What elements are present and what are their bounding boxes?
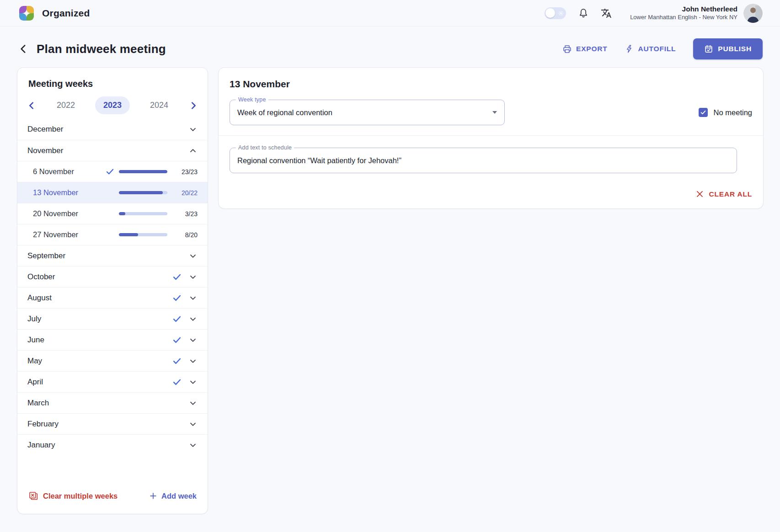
week-progress-fill [119, 191, 163, 195]
back-button[interactable] [14, 39, 33, 59]
week-row[interactable]: 27 November 8/20 [17, 224, 208, 245]
translate-icon [601, 8, 612, 19]
no-meeting-control[interactable]: No meeting [699, 108, 752, 117]
month-row[interactable]: June [17, 329, 208, 350]
month-label: September [27, 251, 172, 261]
week-type-row: Week type Week of regional convention No… [230, 100, 752, 125]
no-meeting-checkbox[interactable] [699, 108, 708, 117]
year-tab-2023[interactable]: 2023 [95, 96, 130, 114]
week-check-icon [105, 167, 119, 176]
chevron-down-icon [188, 335, 198, 345]
theme-toggle[interactable] [545, 7, 566, 19]
week-row[interactable]: 6 November 23/23 [17, 161, 208, 182]
month-row[interactable]: July [17, 308, 208, 329]
sidebar-footer: Clear multiple weeks Add week [17, 484, 208, 514]
chevron-down-icon [188, 399, 198, 408]
add-week-button[interactable]: Add week [149, 491, 197, 500]
week-label: 6 November [33, 167, 105, 176]
chevron-down-icon [188, 314, 198, 324]
plus-icon [149, 491, 158, 500]
meeting-weeks-panel: Meeting weeks 2022 2023 2024 December No… [17, 67, 208, 514]
x-icon [695, 190, 704, 198]
week-label: 20 November [33, 209, 105, 218]
month-row[interactable]: January [17, 434, 208, 455]
month-row[interactable]: December [17, 119, 208, 140]
month-label: December [27, 125, 172, 134]
chevron-down-icon [188, 378, 198, 387]
month-row[interactable]: May [17, 350, 208, 371]
chevron-left-icon [17, 43, 29, 55]
divider [219, 135, 763, 136]
year-tab-2024[interactable]: 2024 [142, 96, 176, 114]
page-title: Plan midweek meeting [37, 42, 166, 56]
month-row[interactable]: October [17, 266, 208, 287]
month-label: May [27, 356, 172, 366]
schedule-text-field[interactable]: Add text to schedule Regional convention… [230, 148, 737, 173]
app-title: Organized [42, 8, 90, 19]
month-label: November [27, 146, 172, 155]
month-row[interactable]: September [17, 245, 208, 266]
month-check-icon [172, 293, 188, 303]
bell-icon [578, 8, 589, 19]
month-label: April [27, 378, 172, 387]
month-check-icon [172, 314, 188, 324]
chevron-down-icon [188, 146, 198, 155]
week-progress-bar [119, 191, 167, 195]
autofill-button[interactable]: AUTOFILL [625, 44, 676, 53]
brand: Organized [17, 4, 90, 22]
month-label: October [27, 272, 172, 282]
month-row[interactable]: March [17, 392, 208, 413]
month-label: February [27, 420, 172, 429]
week-type-label: Week type [236, 96, 268, 103]
chevron-down-icon [188, 251, 198, 261]
language-button[interactable] [601, 8, 612, 19]
month-row[interactable]: November [17, 140, 208, 161]
selected-week-title: 13 November [230, 79, 752, 90]
week-label: 27 November [33, 230, 105, 239]
clear-multiple-weeks-button[interactable]: Clear multiple weeks [28, 491, 118, 501]
notifications-button[interactable] [578, 8, 589, 19]
publish-button[interactable]: PUBLISH [693, 38, 763, 59]
meeting-weeks-title: Meeting weeks [17, 68, 208, 91]
week-progress-bar [119, 233, 167, 237]
chevron-down-icon [188, 125, 198, 134]
toggle-knob [545, 8, 555, 18]
schedule-text-label: Add text to schedule [236, 144, 294, 151]
autofill-label: AUTOFILL [638, 45, 676, 53]
avatar[interactable] [743, 4, 763, 23]
app-logo-icon [17, 4, 36, 22]
add-week-label: Add week [161, 492, 197, 500]
month-label: March [27, 399, 172, 408]
week-type-select[interactable]: Week type Week of regional convention [230, 100, 505, 125]
month-label: August [27, 293, 172, 303]
clear-row: CLEAR ALL [230, 190, 752, 198]
prev-year-arrow[interactable] [27, 101, 37, 111]
year-tab-2022[interactable]: 2022 [48, 96, 83, 114]
page-actions: EXPORT AUTOFILL PUBLISH [562, 38, 763, 59]
page-head: Plan midweek meeting EXPORT AUTOFILL PUB [14, 38, 763, 59]
week-editor-panel: 13 November Week type Week of regional c… [218, 67, 764, 209]
week-row[interactable]: 13 November 20/22 [17, 182, 208, 203]
schedule-text-value: Regional convention “Wait patiently for … [237, 156, 401, 165]
user-congregation: Lower Manhattan English - New York NY [630, 14, 737, 21]
chevron-down-icon [188, 356, 198, 366]
export-label: EXPORT [576, 45, 608, 53]
month-row[interactable]: August [17, 287, 208, 308]
app-header: Organized John Netherleed Lower [0, 0, 780, 27]
check-icon [700, 109, 706, 116]
week-label: 13 November [33, 188, 105, 197]
month-label: July [27, 314, 172, 324]
next-year-arrow[interactable] [188, 101, 198, 111]
month-row[interactable]: April [17, 371, 208, 392]
clear-all-button[interactable]: CLEAR ALL [695, 190, 752, 198]
week-progress-count: 20/22 [167, 189, 198, 197]
month-check-icon [172, 335, 188, 345]
chevron-down-icon [188, 272, 198, 282]
month-row[interactable]: February [17, 413, 208, 434]
export-button[interactable]: EXPORT [562, 44, 608, 54]
clear-all-label: CLEAR ALL [709, 190, 752, 198]
month-check-icon [172, 377, 188, 387]
sun-icon [558, 10, 564, 18]
clear-weeks-icon [28, 491, 38, 501]
week-row[interactable]: 20 November 3/23 [17, 203, 208, 224]
